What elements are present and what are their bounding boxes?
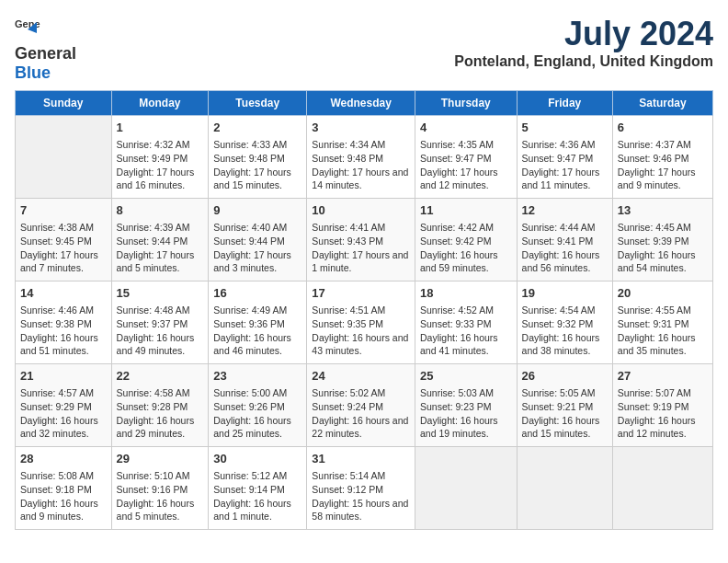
calendar-cell: 5Sunrise: 4:36 AMSunset: 9:47 PMDaylight… — [517, 116, 612, 199]
cell-text: Daylight: 17 hours and 16 minutes. — [117, 166, 204, 192]
calendar-cell: 11Sunrise: 4:42 AMSunset: 9:42 PMDayligh… — [415, 199, 517, 282]
calendar-cell: 24Sunrise: 5:02 AMSunset: 9:24 PMDayligh… — [307, 364, 415, 447]
cell-text: Sunset: 9:14 PM — [213, 483, 301, 497]
calendar-cell: 22Sunrise: 4:58 AMSunset: 9:28 PMDayligh… — [111, 364, 209, 447]
cell-text: Sunrise: 5:08 AM — [20, 469, 107, 483]
cell-text: Sunset: 9:32 PM — [522, 317, 608, 331]
calendar-cell: 7Sunrise: 4:38 AMSunset: 9:45 PMDaylight… — [16, 199, 112, 282]
logo-icon: General — [15, 15, 40, 40]
calendar-cell: 18Sunrise: 4:52 AMSunset: 9:33 PMDayligh… — [415, 282, 517, 364]
day-number: 19 — [522, 285, 608, 302]
calendar-cell: 30Sunrise: 5:12 AMSunset: 9:14 PMDayligh… — [209, 447, 307, 530]
cell-text: Sunrise: 5:10 AM — [117, 469, 204, 483]
cell-text: Sunset: 9:44 PM — [213, 235, 301, 248]
cell-text: Sunrise: 4:52 AM — [420, 304, 512, 317]
calendar-cell: 13Sunrise: 4:45 AMSunset: 9:39 PMDayligh… — [612, 199, 712, 282]
calendar-cell: 2Sunrise: 4:33 AMSunset: 9:48 PMDaylight… — [209, 116, 307, 199]
cell-text: Daylight: 17 hours and 1 minute. — [312, 248, 410, 275]
cell-text: Sunset: 9:26 PM — [213, 400, 301, 414]
day-number: 29 — [117, 451, 204, 467]
cell-text: Daylight: 17 hours and 12 minutes. — [420, 166, 512, 192]
day-number: 27 — [618, 368, 708, 385]
calendar-cell: 4Sunrise: 4:35 AMSunset: 9:47 PMDaylight… — [415, 116, 517, 199]
day-number: 26 — [522, 368, 608, 385]
day-number: 16 — [213, 285, 301, 302]
calendar-cell — [16, 116, 112, 199]
cell-text: Sunrise: 5:07 AM — [618, 386, 708, 400]
cell-text: Sunrise: 4:55 AM — [618, 304, 708, 317]
day-number: 24 — [312, 368, 410, 385]
calendar-cell: 27Sunrise: 5:07 AMSunset: 9:19 PMDayligh… — [612, 364, 712, 447]
day-number: 14 — [20, 285, 107, 302]
col-header-monday: Monday — [111, 91, 209, 116]
day-number: 4 — [420, 120, 512, 136]
day-number: 28 — [20, 451, 107, 467]
cell-text: Sunrise: 4:48 AM — [117, 304, 204, 317]
col-header-thursday: Thursday — [415, 91, 517, 116]
logo-blue: Blue — [15, 63, 51, 82]
cell-text: Sunrise: 4:46 AM — [20, 304, 107, 317]
cell-text: Sunrise: 4:42 AM — [420, 221, 512, 235]
cell-text: Sunset: 9:45 PM — [20, 235, 107, 248]
cell-text: Sunrise: 4:44 AM — [522, 221, 608, 235]
cell-text: Daylight: 17 hours and 5 minutes. — [117, 248, 204, 275]
calendar-cell: 17Sunrise: 4:51 AMSunset: 9:35 PMDayligh… — [307, 282, 415, 364]
cell-text: Daylight: 17 hours and 14 minutes. — [312, 166, 410, 192]
day-number: 11 — [420, 202, 512, 219]
day-number: 20 — [618, 285, 708, 302]
day-number: 22 — [117, 368, 204, 385]
cell-text: Sunrise: 4:58 AM — [117, 386, 204, 400]
calendar-cell — [415, 447, 517, 530]
calendar-cell: 9Sunrise: 4:40 AMSunset: 9:44 PMDaylight… — [209, 199, 307, 282]
cell-text: Sunrise: 4:40 AM — [213, 221, 301, 235]
cell-text: Sunset: 9:39 PM — [618, 235, 708, 248]
cell-text: Sunrise: 4:33 AM — [213, 138, 301, 152]
cell-text: Sunset: 9:12 PM — [312, 483, 410, 497]
cell-text: Daylight: 16 hours and 54 minutes. — [618, 248, 708, 275]
calendar-cell: 19Sunrise: 4:54 AMSunset: 9:32 PMDayligh… — [517, 282, 612, 364]
cell-text: Sunrise: 5:05 AM — [522, 386, 608, 400]
cell-text: Sunrise: 4:39 AM — [117, 221, 204, 235]
cell-text: Daylight: 16 hours and 9 minutes. — [20, 497, 107, 523]
cell-text: Sunrise: 5:03 AM — [420, 386, 512, 400]
cell-text: Sunset: 9:46 PM — [618, 152, 708, 166]
cell-text: Daylight: 16 hours and 29 minutes. — [117, 414, 204, 441]
cell-text: Sunrise: 4:57 AM — [20, 386, 107, 400]
cell-text: Sunset: 9:33 PM — [420, 317, 512, 331]
calendar-cell: 15Sunrise: 4:48 AMSunset: 9:37 PMDayligh… — [111, 282, 209, 364]
logo-general: General — [15, 44, 76, 63]
day-number: 18 — [420, 285, 512, 302]
cell-text: Daylight: 16 hours and 1 minute. — [213, 497, 301, 523]
cell-text: Daylight: 17 hours and 7 minutes. — [20, 248, 107, 275]
col-header-tuesday: Tuesday — [209, 91, 307, 116]
day-number: 13 — [618, 202, 708, 219]
cell-text: Sunrise: 4:41 AM — [312, 221, 410, 235]
cell-text: Sunset: 9:36 PM — [213, 317, 301, 331]
cell-text: Sunset: 9:37 PM — [117, 317, 204, 331]
calendar-cell — [612, 447, 712, 530]
cell-text: Sunrise: 4:35 AM — [420, 138, 512, 152]
cell-text: Daylight: 16 hours and 5 minutes. — [117, 497, 204, 523]
cell-text: Sunset: 9:19 PM — [618, 400, 708, 414]
main-title: July 2024 — [454, 15, 713, 53]
calendar-cell: 10Sunrise: 4:41 AMSunset: 9:43 PMDayligh… — [307, 199, 415, 282]
calendar-cell: 31Sunrise: 5:14 AMSunset: 9:12 PMDayligh… — [307, 447, 415, 530]
cell-text: Daylight: 17 hours and 11 minutes. — [522, 166, 608, 192]
cell-text: Daylight: 16 hours and 32 minutes. — [20, 414, 107, 441]
cell-text: Daylight: 16 hours and 43 minutes. — [312, 331, 410, 358]
day-number: 25 — [420, 368, 512, 385]
cell-text: Daylight: 17 hours and 15 minutes. — [213, 166, 301, 192]
day-number: 31 — [312, 451, 410, 467]
cell-text: Sunset: 9:31 PM — [618, 317, 708, 331]
cell-text: Daylight: 17 hours and 3 minutes. — [213, 248, 301, 275]
cell-text: Sunrise: 4:45 AM — [618, 221, 708, 235]
cell-text: Daylight: 16 hours and 22 minutes. — [312, 414, 410, 441]
cell-text: Sunset: 9:28 PM — [117, 400, 204, 414]
calendar-cell: 1Sunrise: 4:32 AMSunset: 9:49 PMDaylight… — [111, 116, 209, 199]
cell-text: Sunrise: 4:34 AM — [312, 138, 410, 152]
cell-text: Daylight: 16 hours and 38 minutes. — [522, 331, 608, 358]
header: General General Blue July 2024 Ponteland… — [15, 15, 713, 83]
day-number: 8 — [117, 202, 204, 219]
calendar-cell — [517, 447, 612, 530]
cell-text: Sunset: 9:18 PM — [20, 483, 107, 497]
